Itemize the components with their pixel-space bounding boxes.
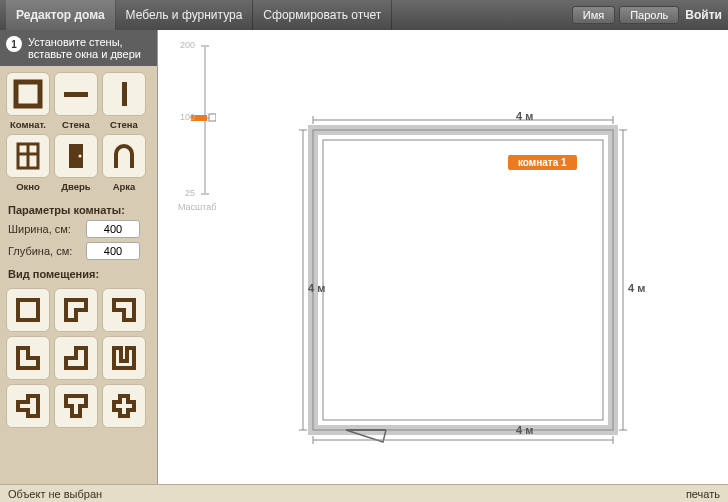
tool-wall-vertical[interactable]: Стена (102, 72, 146, 130)
door-icon (54, 134, 98, 178)
canvas[interactable]: 200 100 25 Масштаб (158, 30, 728, 484)
param-width-row: Ширина, см: (0, 218, 157, 240)
wall-v-icon (102, 72, 146, 116)
step-number-badge: 1 (6, 36, 22, 52)
params-title: Параметры комнаты: (0, 198, 157, 218)
shape-t-b[interactable] (54, 384, 98, 428)
tool-window[interactable]: Окно (6, 134, 50, 192)
tool-room[interactable]: Комнат. (6, 72, 50, 130)
shape-l-tl[interactable] (102, 288, 146, 332)
shapes-title: Вид помещения: (0, 262, 157, 282)
wall-h-icon (54, 72, 98, 116)
shape-l-bl[interactable] (54, 336, 98, 380)
param-depth-label: Глубина, см: (8, 245, 86, 257)
floorplan-svg (158, 30, 728, 484)
room-name-badge[interactable]: комната 1 (508, 155, 577, 170)
tool-label: Дверь (61, 181, 90, 192)
tab-furniture[interactable]: Мебель и фурнитура (116, 0, 254, 30)
dim-top: 4 м (516, 110, 533, 122)
login-label[interactable]: Войти (685, 8, 722, 22)
dim-bottom: 4 м (516, 424, 533, 436)
svg-rect-16 (323, 140, 603, 420)
shape-l-tr[interactable] (54, 288, 98, 332)
name-button[interactable]: Имя (572, 6, 615, 24)
param-width-input[interactable] (86, 220, 140, 238)
svg-rect-15 (313, 130, 613, 430)
shape-plus[interactable] (102, 384, 146, 428)
step-banner: 1 Установите стены, вставьте окна и двер… (0, 30, 157, 66)
svg-rect-2 (122, 82, 127, 106)
statusbar: Объект не выбран печать (0, 484, 728, 502)
tool-label: Арка (113, 181, 136, 192)
svg-point-7 (79, 155, 82, 158)
dim-right: 4 м (628, 282, 645, 294)
param-depth-input[interactable] (86, 242, 140, 260)
tab-home-editor[interactable]: Редактор дома (6, 0, 116, 30)
main-tabs: Редактор дома Мебель и фурнитура Сформир… (6, 0, 392, 30)
tool-arch[interactable]: Арка (102, 134, 146, 192)
svg-rect-14 (313, 130, 613, 430)
tool-label: Комнат. (10, 119, 46, 130)
room-icon (6, 72, 50, 116)
shape-square[interactable] (6, 288, 50, 332)
shape-t-r[interactable] (6, 384, 50, 428)
svg-rect-0 (16, 82, 40, 106)
param-width-label: Ширина, см: (8, 223, 86, 235)
shape-grid (0, 282, 157, 434)
tool-wall-horizontal[interactable]: Стена (54, 72, 98, 130)
titlebar: Редактор дома Мебель и фурнитура Сформир… (0, 0, 728, 30)
tab-report[interactable]: Сформировать отчет (253, 0, 392, 30)
window-icon (6, 134, 50, 178)
tool-door[interactable]: Дверь (54, 134, 98, 192)
svg-rect-8 (18, 300, 38, 320)
tool-label: Стена (62, 119, 90, 130)
tool-palette: Комнат. Стена Стена (0, 66, 157, 198)
shape-l-br[interactable] (6, 336, 50, 380)
tool-label: Окно (16, 181, 40, 192)
password-button[interactable]: Пароль (619, 6, 679, 24)
dim-left: 4 м (308, 282, 325, 294)
arch-icon (102, 134, 146, 178)
svg-rect-1 (64, 92, 88, 97)
param-depth-row: Глубина, см: (0, 240, 157, 262)
shape-u[interactable] (102, 336, 146, 380)
tool-label: Стена (110, 119, 138, 130)
step-text: Установите стены, вставьте окна и двери (28, 36, 141, 60)
room-outline (313, 130, 613, 430)
status-left: Объект не выбран (8, 488, 102, 500)
sidebar: 1 Установите стены, вставьте окна и двер… (0, 30, 158, 484)
print-link[interactable]: печать (686, 488, 720, 500)
